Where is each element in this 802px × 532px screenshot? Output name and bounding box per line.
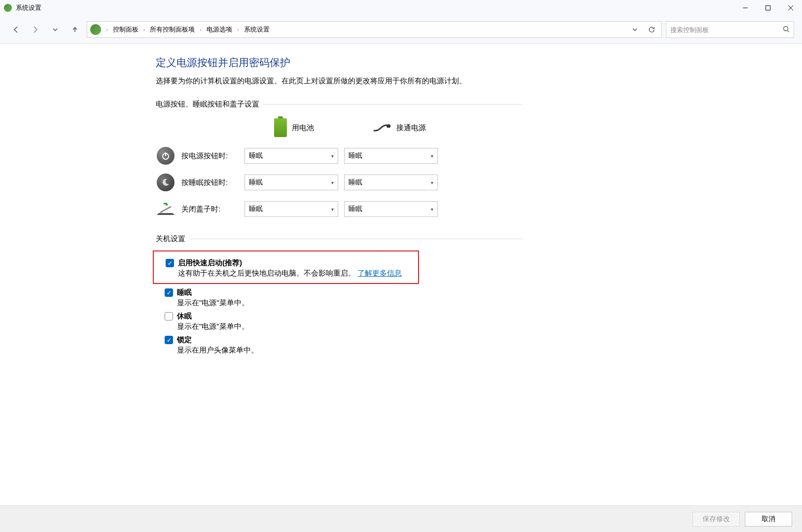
- section-title: 关机设置: [156, 234, 185, 244]
- hibernate-option: 休眠 显示在"电源"菜单中。: [156, 312, 523, 331]
- minimize-button[interactable]: [734, 0, 757, 16]
- row-label: 关闭盖子时:: [181, 205, 244, 214]
- hibernate-desc: 显示在"电源"菜单中。: [177, 322, 523, 331]
- window-controls: [734, 0, 802, 16]
- save-button[interactable]: 保存修改: [693, 512, 740, 527]
- search-input[interactable]: [670, 26, 783, 34]
- nav-up-button[interactable]: [67, 22, 83, 37]
- app-icon: [4, 4, 12, 12]
- svg-rect-6: [387, 124, 391, 128]
- learn-more-link[interactable]: 了解更多信息: [357, 269, 402, 277]
- breadcrumb-item[interactable]: 所有控制面板项: [147, 23, 198, 36]
- page-description: 选择要为你的计算机设置的电源设置。在此页上对设置所做的更改将应用于你所有的电源计…: [156, 76, 523, 86]
- divider: [189, 239, 523, 239]
- chevron-down-icon: ▾: [331, 180, 334, 185]
- breadcrumb-item[interactable]: 电源选项: [204, 23, 235, 36]
- close-lid-battery-select[interactable]: 睡眠 ▾: [244, 201, 338, 217]
- chevron-right-icon: ›: [106, 27, 108, 33]
- close-button[interactable]: [779, 0, 802, 16]
- chevron-right-icon: ›: [237, 27, 239, 33]
- chevron-down-icon: ▾: [431, 207, 433, 212]
- row-label: 按睡眠按钮时:: [181, 178, 244, 187]
- breadcrumb-dropdown-button[interactable]: [627, 22, 643, 37]
- lock-desc: 显示在用户头像菜单中。: [177, 346, 523, 355]
- select-value: 睡眠: [349, 178, 362, 187]
- column-battery: 用电池: [274, 118, 373, 137]
- section-header-buttons: 电源按钮、睡眠按钮和盖子设置: [156, 100, 523, 109]
- nav-forward-button[interactable]: [28, 22, 43, 37]
- fast-startup-checkbox[interactable]: ✓: [166, 259, 174, 267]
- breadcrumb-item[interactable]: 控制面板: [110, 23, 141, 36]
- sleep-button-battery-select[interactable]: 睡眠 ▾: [244, 175, 338, 190]
- moon-icon: [156, 173, 175, 192]
- sleep-option: ✓ 睡眠 显示在"电源"菜单中。: [156, 288, 523, 308]
- highlighted-region: ✓ 启用快速启动(推荐) 这有助于在关机之后更快地启动电脑。不会影响重启。 了解…: [153, 250, 419, 284]
- main-content: 定义电源按钮并启用密码保护 选择要为你的计算机设置的电源设置。在此页上对设置所做…: [0, 43, 802, 505]
- chevron-down-icon: ▾: [431, 153, 433, 159]
- sleep-checkbox[interactable]: ✓: [165, 288, 173, 297]
- lock-label: 锁定: [177, 335, 192, 345]
- sleep-desc: 显示在"电源"菜单中。: [177, 298, 523, 308]
- select-value: 睡眠: [249, 205, 263, 213]
- refresh-button[interactable]: [644, 22, 660, 37]
- sleep-label: 睡眠: [177, 288, 192, 297]
- divider: [263, 104, 523, 105]
- plug-icon: [373, 123, 391, 133]
- power-button-row: 按电源按钮时: 睡眠 ▾ 睡眠 ▾: [156, 142, 523, 169]
- svg-point-4: [784, 26, 788, 31]
- page-title: 定义电源按钮并启用密码保护: [156, 56, 523, 70]
- select-value: 睡眠: [349, 205, 362, 213]
- fast-startup-desc: 这有助于在关机之后更快地启动电脑。不会影响重启。 了解更多信息: [178, 269, 415, 278]
- window-title: 系统设置: [16, 3, 734, 12]
- fast-startup-label: 启用快速启动(推荐): [178, 258, 242, 268]
- select-value: 睡眠: [349, 151, 362, 160]
- breadcrumb[interactable]: › 控制面板 › 所有控制面板项 › 电源选项 › 系统设置: [87, 21, 662, 38]
- select-value: 睡眠: [249, 178, 263, 187]
- section-header-shutdown: 关机设置: [156, 234, 523, 244]
- cancel-button[interactable]: 取消: [745, 512, 792, 527]
- nav-back-button[interactable]: [8, 22, 24, 37]
- chevron-right-icon: ›: [143, 27, 145, 33]
- hibernate-checkbox[interactable]: [165, 312, 173, 320]
- sleep-button-row: 按睡眠按钮时: 睡眠 ▾ 睡眠 ▾: [156, 169, 523, 196]
- power-settings-table: 用电池 接通电源 按电源按钮时: 睡眠: [156, 116, 523, 222]
- nav-bar: › 控制面板 › 所有控制面板项 › 电源选项 › 系统设置: [0, 16, 802, 43]
- column-ac: 接通电源: [373, 123, 471, 133]
- chevron-down-icon: ▾: [331, 153, 334, 159]
- sleep-button-ac-select[interactable]: 睡眠 ▾: [344, 175, 438, 190]
- battery-icon: [274, 118, 287, 137]
- close-lid-row: 关闭盖子时: 睡眠 ▾ 睡眠 ▾: [156, 196, 523, 222]
- breadcrumb-icon: [90, 24, 101, 35]
- chevron-down-icon: ▾: [331, 207, 334, 212]
- chevron-right-icon: ›: [200, 27, 202, 33]
- search-box[interactable]: [666, 21, 794, 38]
- chevron-down-icon: ▾: [431, 180, 433, 185]
- fast-startup-option: ✓ 启用快速启动(推荐) 这有助于在关机之后更快地启动电脑。不会影响重启。 了解…: [157, 258, 415, 278]
- svg-line-5: [788, 30, 790, 32]
- svg-rect-1: [766, 6, 770, 10]
- lock-checkbox[interactable]: ✓: [165, 336, 173, 344]
- power-button-battery-select[interactable]: 睡眠 ▾: [244, 148, 338, 164]
- column-ac-label: 接通电源: [396, 123, 426, 133]
- hibernate-label: 休眠: [177, 312, 192, 321]
- title-bar: 系统设置: [0, 0, 802, 16]
- column-battery-label: 用电池: [292, 123, 314, 133]
- footer-bar: 保存修改 取消: [0, 505, 802, 532]
- select-value: 睡眠: [249, 151, 263, 160]
- maximize-button[interactable]: [757, 0, 779, 16]
- breadcrumb-item[interactable]: 系统设置: [241, 23, 273, 36]
- search-icon[interactable]: [783, 26, 790, 34]
- power-button-ac-select[interactable]: 睡眠 ▾: [344, 148, 438, 164]
- close-lid-ac-select[interactable]: 睡眠 ▾: [344, 201, 438, 217]
- section-title: 电源按钮、睡眠按钮和盖子设置: [156, 100, 259, 109]
- lock-option: ✓ 锁定 显示在用户头像菜单中。: [156, 335, 523, 355]
- nav-recent-button[interactable]: [47, 22, 63, 37]
- laptop-lid-icon: [156, 199, 175, 219]
- power-icon: [156, 146, 175, 166]
- row-label: 按电源按钮时:: [181, 151, 244, 161]
